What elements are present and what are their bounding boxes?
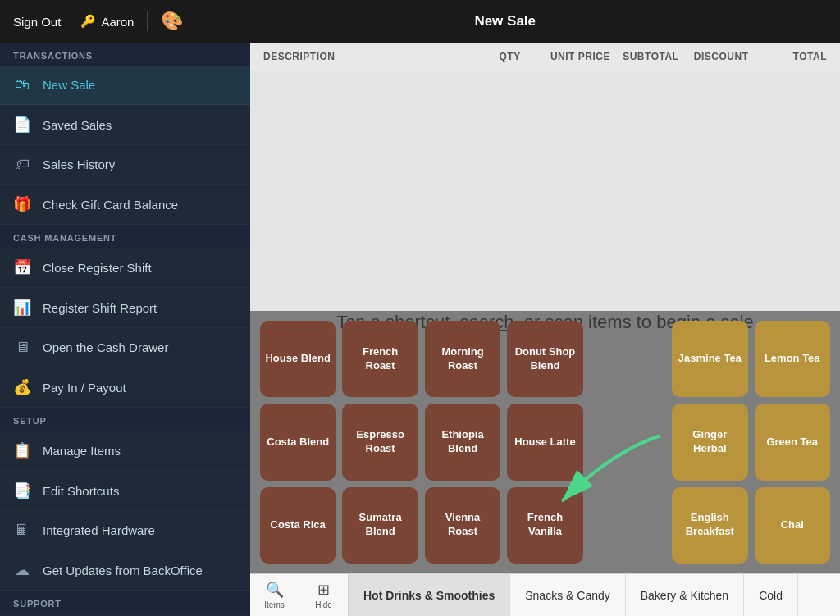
- category-tab-hot-drinks[interactable]: Hot Drinks & Smoothies: [349, 574, 510, 616]
- new-sale-label: New Sale: [43, 78, 95, 92]
- main-layout: TRANSACTIONS🛍New Sale📄Saved Sales🏷Sales …: [0, 43, 840, 616]
- shift-report-icon: 📊: [13, 299, 31, 317]
- shortcut-morning-roast[interactable]: Morning Roast: [425, 321, 500, 397]
- sidebar-item-edit-shortcuts[interactable]: 📑Edit Shortcuts: [0, 471, 250, 511]
- sidebar-section-setup: SETUP: [0, 408, 250, 431]
- gift-card-icon: 🎁: [13, 195, 31, 213]
- shortcut-costa-rica[interactable]: Costa Rica: [260, 487, 336, 564]
- saved-sales-label: Saved Sales: [43, 118, 112, 132]
- shortcut-lemon-tea[interactable]: Lemon Tea: [755, 321, 830, 397]
- items-tab[interactable]: 🔍 Items: [250, 574, 299, 616]
- edit-shortcuts-label: Edit Shortcuts: [43, 484, 119, 498]
- integrated-hardware-label: Integrated Hardware: [43, 523, 155, 537]
- cash-drawer-label: Open the Cash Drawer: [43, 340, 168, 354]
- close-register-label: Close Register Shift: [43, 261, 152, 275]
- shortcut-: [590, 487, 665, 564]
- sidebar-section-cash-management: CASH MANAGEMENT: [0, 225, 250, 248]
- sidebar-item-pay-in-out[interactable]: 💰Pay In / Payout: [0, 367, 250, 408]
- shortcut-jasmine-tea[interactable]: Jasmine Tea: [672, 321, 747, 397]
- shortcut-green-tea[interactable]: Green Tea: [755, 404, 830, 480]
- edit-shortcuts-icon: 📑: [13, 481, 31, 500]
- sidebar-item-manage-items[interactable]: 📋Manage Items: [0, 431, 250, 471]
- shortcut-: [590, 404, 665, 480]
- shortcut-english-breakfast[interactable]: English Breakfast: [672, 487, 747, 564]
- col-qty: QTY: [475, 51, 546, 62]
- shortcut-donut-shop-blend[interactable]: Donut Shop Blend: [507, 321, 582, 397]
- get-updates-label: Get Updates from BackOffice: [43, 564, 203, 577]
- sidebar: TRANSACTIONS🛍New Sale📄Saved Sales🏷Sales …: [0, 43, 250, 616]
- shortcut-chai[interactable]: Chai: [755, 487, 830, 564]
- sidebar-item-shift-report[interactable]: 📊Register Shift Report: [0, 288, 250, 328]
- category-tabs: Hot Drinks & SmoothiesSnacks & CandyBake…: [349, 574, 840, 616]
- shortcut-costa-blend[interactable]: Costa Blend: [260, 404, 336, 480]
- sales-history-icon: 🏷: [13, 156, 31, 173]
- gift-card-label: Check Gift Card Balance: [43, 198, 178, 212]
- col-description: DESCRIPTION: [263, 51, 475, 62]
- sidebar-item-close-register[interactable]: 📅Close Register Shift: [0, 248, 250, 288]
- sidebar-item-sales-history[interactable]: 🏷Sales History: [0, 145, 250, 185]
- shortcut-french-vanilla[interactable]: French Vanilla: [507, 487, 582, 564]
- shortcut-vienna-roast[interactable]: Vienna Roast: [425, 487, 500, 564]
- username-label: Aaron: [101, 15, 134, 29]
- user-info: 🔑 Aaron: [80, 14, 134, 29]
- pay-in-out-label: Pay In / Payout: [43, 381, 126, 395]
- saved-sales-icon: 📄: [13, 116, 31, 134]
- sidebar-item-saved-sales[interactable]: 📄Saved Sales: [0, 105, 250, 145]
- table-header: DESCRIPTION QTY UNIT PRICE SUBTOTAL DISC…: [250, 43, 840, 71]
- shortcut-house-blend[interactable]: House Blend: [260, 321, 336, 397]
- shortcuts-row-2: Costa RicaSumatra BlendVienna RoastFrenc…: [260, 487, 830, 564]
- shortcut-sumatra-blend[interactable]: Sumatra Blend: [342, 487, 418, 564]
- integrated-hardware-icon: 🖩: [13, 522, 31, 539]
- shortcuts-row-1: Costa BlendEspresso RoastEthiopia BlendH…: [260, 404, 830, 480]
- bottom-tabs: 🔍 Items ⊞ Hide Hot Drinks & SmoothiesSna…: [250, 573, 840, 616]
- content-area: DESCRIPTION QTY UNIT PRICE SUBTOTAL DISC…: [250, 43, 840, 616]
- hide-tab[interactable]: ⊞ Hide: [299, 574, 349, 616]
- cash-drawer-icon: 🖥: [13, 339, 31, 356]
- col-discount: DISCOUNT: [686, 51, 756, 62]
- logo-icon: 🎨: [161, 11, 183, 32]
- sales-history-label: Sales History: [43, 157, 115, 171]
- shortcut-house-latte[interactable]: House Latte: [507, 404, 582, 480]
- sidebar-item-new-sale[interactable]: 🛍New Sale: [0, 66, 250, 105]
- hide-label: Hide: [315, 600, 332, 609]
- key-icon: 🔑: [80, 14, 96, 29]
- search-icon: 🔍: [266, 581, 284, 599]
- shortcut-ethiopia-blend[interactable]: Ethiopia Blend: [425, 404, 500, 480]
- category-tab-snacks[interactable]: Snacks & Candy: [510, 574, 626, 616]
- shortcut-: [590, 321, 665, 397]
- close-register-icon: 📅: [13, 258, 31, 276]
- grid-icon: ⊞: [317, 581, 330, 599]
- new-sale-icon: 🛍: [13, 76, 31, 94]
- shortcut-espresso-roast[interactable]: Espresso Roast: [342, 404, 418, 480]
- shortcut-ginger-herbal[interactable]: Ginger Herbal: [672, 404, 747, 480]
- pay-in-out-icon: 💰: [13, 378, 31, 396]
- manage-items-icon: 📋: [13, 441, 31, 459]
- col-subtotal: SUBTOTAL: [615, 51, 686, 62]
- shortcuts-row-0: House BlendFrench RoastMorning RoastDonu…: [260, 321, 830, 397]
- manage-items-label: Manage Items: [43, 444, 121, 458]
- shift-report-label: Register Shift Report: [43, 301, 157, 315]
- col-unit-price: UNIT PRICE: [546, 51, 616, 62]
- category-tab-bakery[interactable]: Bakery & Kitchen: [626, 574, 744, 616]
- sidebar-item-cash-drawer[interactable]: 🖥Open the Cash Drawer: [0, 328, 250, 367]
- items-label: Items: [264, 600, 284, 609]
- category-tab-cold[interactable]: Cold: [744, 574, 798, 616]
- sidebar-item-integrated-hardware[interactable]: 🖩Integrated Hardware: [0, 511, 250, 550]
- sidebar-item-gift-card[interactable]: 🎁Check Gift Card Balance: [0, 185, 250, 225]
- col-total: TOTAL: [756, 51, 827, 62]
- topbar: Sign Out 🔑 Aaron 🎨 New Sale: [0, 0, 840, 43]
- shortcut-french-roast[interactable]: French Roast: [342, 321, 418, 397]
- sidebar-section-transactions: TRANSACTIONS: [0, 43, 250, 66]
- shortcuts-overlay: House BlendFrench RoastMorning RoastDonu…: [250, 311, 840, 573]
- get-updates-icon: ☁: [13, 561, 31, 579]
- signout-button[interactable]: Sign Out: [13, 15, 61, 29]
- page-title: New Sale: [183, 13, 827, 30]
- sidebar-section-support: SUPPORT: [0, 591, 250, 614]
- divider: [147, 11, 148, 31]
- sidebar-item-get-updates[interactable]: ☁Get Updates from BackOffice: [0, 550, 250, 591]
